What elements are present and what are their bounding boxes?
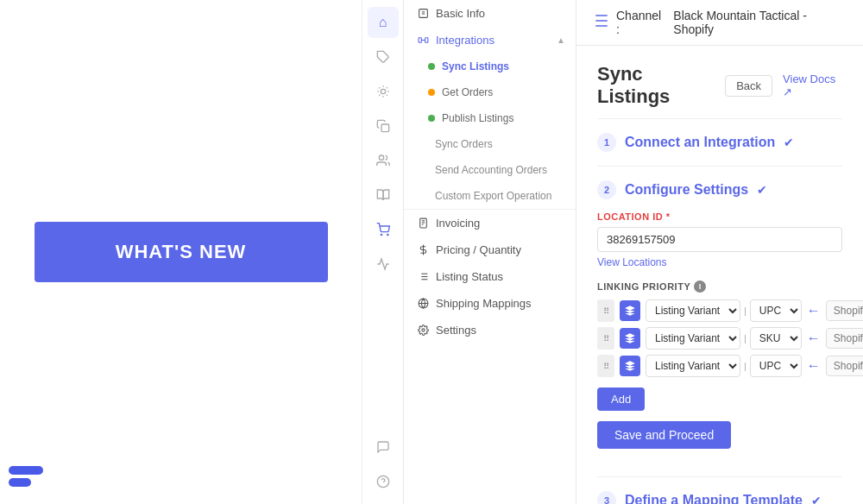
configure-settings-section: 2 Configure Settings ✔ LOCATION ID * Vie…: [597, 180, 842, 477]
select-group-2: Listing Variant | SKU UPC: [646, 327, 802, 350]
nav-section-invoicing: Invoicing Pricing / Quantity Listing Sta…: [404, 209, 576, 343]
connect-integration-header: 1 Connect an Integration ✔: [597, 133, 842, 152]
sidebar-item-pricing[interactable]: Pricing / Quantity: [404, 236, 576, 263]
shopify-val-3[interactable]: [826, 356, 863, 376]
icon-strip: ⌂: [362, 0, 404, 504]
inbox-icon[interactable]: [368, 76, 399, 107]
book-icon[interactable]: [368, 180, 399, 211]
shipping-label: Shipping Mappings: [436, 297, 532, 310]
svg-point-1: [381, 89, 385, 93]
section-1-number: 1: [597, 133, 616, 152]
sidebar-item-settings[interactable]: Settings: [404, 317, 576, 343]
publish-listings-label: Publish Listings: [442, 112, 513, 124]
linking-priority-label: LINKING PRIORITY i: [597, 280, 842, 293]
sidebar-item-listing-status[interactable]: Listing Status: [404, 263, 576, 290]
sidebar-item-invoicing[interactable]: Invoicing: [404, 210, 576, 236]
define-mapping-check: ✔: [811, 494, 822, 504]
select-type-1[interactable]: Listing Variant: [646, 299, 740, 322]
topbar-icon: [594, 13, 609, 33]
select-group-3: Listing Variant | UPC SKU: [646, 355, 802, 377]
configure-settings-check: ✔: [757, 183, 767, 197]
send-accounting-label: Send Accounting Orders: [435, 164, 547, 176]
custom-export-label: Custom Export Operation: [435, 190, 551, 202]
help-icon[interactable]: [368, 466, 399, 497]
select-type-2[interactable]: Listing Variant: [646, 327, 740, 350]
integrations-expand-icon: ▲: [557, 35, 565, 45]
content-area: Sync Listings Back View Docs ↗ 1 Connect…: [576, 46, 863, 504]
configure-settings-title: Configure Settings: [625, 182, 748, 198]
cart-icon[interactable]: [368, 214, 399, 245]
arrow-icon-1: ←: [807, 303, 821, 318]
add-button[interactable]: Add: [597, 387, 645, 411]
sync-listings-label: Sync Listings: [442, 60, 509, 72]
select-val-1[interactable]: UPC SKU: [750, 299, 802, 322]
sidebar-item-integrations[interactable]: Integrations ▲: [404, 27, 576, 54]
define-mapping-header: 3 Define a Mapping Template ✔: [597, 491, 842, 504]
sidebar-item-send-accounting[interactable]: Send Accounting Orders: [404, 157, 576, 183]
chart-icon[interactable]: [368, 249, 399, 280]
invoicing-label: Invoicing: [436, 217, 480, 230]
settings-label: Settings: [436, 324, 476, 337]
back-button[interactable]: Back: [725, 75, 772, 97]
save-proceed-button[interactable]: Save and Proceed: [597, 421, 731, 449]
sidebar-item-publish-listings[interactable]: Publish Listings: [404, 105, 576, 131]
integrations-label: Integrations: [436, 34, 494, 47]
connect-integration-title: Connect an Integration: [625, 135, 775, 150]
sidebar-item-sync-listings[interactable]: Sync Listings: [404, 54, 576, 79]
select-group-1: Listing Variant | UPC SKU: [646, 299, 802, 322]
config-section-body: LOCATION ID * View Locations LINKING PRI…: [597, 211, 842, 463]
sync-listings-dot: [428, 63, 435, 70]
users-icon[interactable]: [368, 145, 399, 176]
section-2-number: 2: [597, 180, 616, 199]
shopify-val-1[interactable]: [826, 300, 863, 321]
main-content: Channel : Black Mountain Tactical - Shop…: [576, 0, 863, 504]
copy-icon[interactable]: [368, 110, 399, 142]
publish-listings-dot: [428, 115, 435, 122]
shopify-val-2[interactable]: [826, 328, 863, 349]
define-mapping-section: 3 Define a Mapping Template ✔: [597, 491, 842, 504]
sidebar-item-basic-info[interactable]: Basic Info: [404, 0, 576, 27]
svg-point-27: [422, 329, 425, 331]
location-id-input[interactable]: [597, 227, 842, 252]
logo-top: [9, 466, 43, 475]
logo-bottom: [9, 478, 31, 487]
drag-handle-3[interactable]: ⠿: [597, 355, 614, 377]
svg-rect-12: [425, 38, 428, 42]
select-val-2[interactable]: SKU UPC: [750, 327, 802, 350]
get-orders-dot: [428, 89, 435, 96]
top-bar: Channel : Black Mountain Tactical - Shop…: [576, 0, 863, 46]
arrow-icon-3: ←: [807, 358, 821, 374]
chat-icon[interactable]: [368, 432, 399, 463]
select-type-3[interactable]: Listing Variant: [646, 355, 740, 377]
drag-handle-2[interactable]: ⠿: [597, 327, 614, 350]
listing-status-label: Listing Status: [436, 270, 503, 283]
view-locations-link[interactable]: View Locations: [597, 256, 667, 268]
divider-1: [597, 166, 842, 167]
whats-new-label: WHAT'S NEW: [116, 241, 247, 263]
view-docs-link[interactable]: View Docs ↗: [783, 72, 842, 98]
sidebar-item-custom-export[interactable]: Custom Export Operation: [404, 183, 576, 209]
section-3-number: 3: [597, 491, 616, 504]
pricing-label: Pricing / Quantity: [436, 243, 521, 256]
priority-row-1: ⠿ Listing Variant | UPC SKU: [597, 299, 842, 322]
tag-icon[interactable]: [368, 41, 399, 72]
get-orders-label: Get Orders: [442, 86, 493, 98]
info-icon: i: [694, 280, 706, 293]
home-icon[interactable]: ⌂: [368, 7, 399, 38]
connect-integration-section: 1 Connect an Integration ✔: [597, 133, 842, 167]
page-header: Sync Listings Back View Docs ↗: [597, 63, 842, 119]
icon-strip-bottom: [368, 432, 399, 504]
sidebar-item-sync-orders[interactable]: Sync Orders: [404, 131, 576, 157]
sidebar-item-shipping[interactable]: Shipping Mappings: [404, 290, 576, 317]
drag-handle-1[interactable]: ⠿: [597, 299, 614, 322]
sidebar-item-get-orders[interactable]: Get Orders: [404, 79, 576, 105]
logo-area: [9, 466, 43, 487]
svg-point-4: [381, 234, 381, 235]
brand-icon-2: [620, 328, 640, 349]
location-id-label: LOCATION ID *: [597, 211, 842, 222]
brand-icon-3: [620, 356, 640, 376]
sync-orders-label: Sync Orders: [435, 138, 493, 150]
select-val-3[interactable]: UPC SKU: [750, 355, 802, 377]
configure-settings-header: 2 Configure Settings ✔: [597, 180, 842, 199]
priority-row-2: ⠿ Listing Variant | SKU UPC: [597, 327, 842, 350]
